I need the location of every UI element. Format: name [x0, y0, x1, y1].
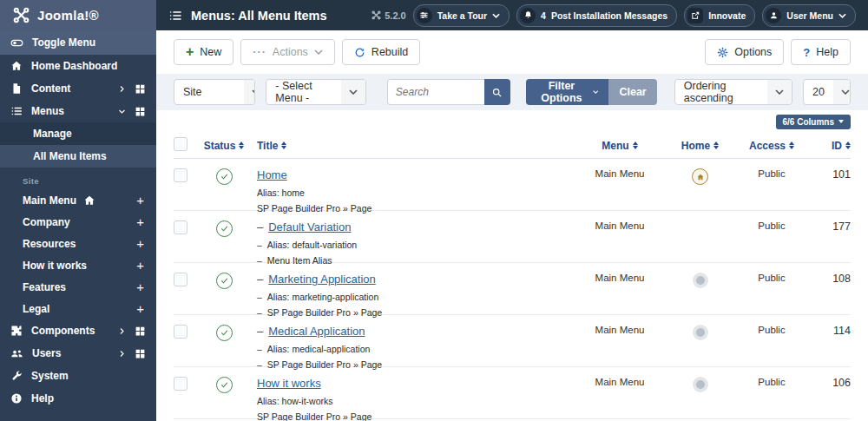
limit-select[interactable]: 20 [803, 79, 851, 105]
sidebar-item-legal[interactable]: Legal + [0, 298, 156, 319]
sidebar-item-manage[interactable]: Manage [0, 122, 156, 145]
header-title[interactable]: Title [248, 140, 576, 152]
sort-icon [281, 141, 286, 149]
header-id[interactable]: ID [806, 140, 851, 152]
list-icon [10, 105, 23, 117]
sort-icon [239, 141, 244, 149]
sort-icon [633, 141, 638, 149]
header-home[interactable]: Home [663, 140, 737, 152]
title-bar: Menus: All Menu Items 5.2.0 Take a Tour [156, 0, 868, 30]
home-unset-icon[interactable] [693, 377, 708, 392]
grid-icon[interactable] [135, 106, 146, 117]
home-icon [83, 194, 95, 207]
search-button[interactable] [484, 79, 510, 105]
sidebar-item-all-menu-items[interactable]: All Menu Items [0, 145, 156, 168]
actions-button[interactable]: ··· Actions [240, 39, 335, 65]
row-checkbox[interactable] [174, 220, 187, 234]
table-row: –Medical Application –Alias: medical-app… [174, 315, 851, 367]
header-access[interactable]: Access [737, 140, 806, 152]
item-alias: Alias: medical-application [267, 344, 370, 354]
menu-item-title-link[interactable]: Home [257, 168, 287, 181]
header-menu[interactable]: Menu [576, 140, 663, 152]
header-status[interactable]: Status [200, 140, 248, 152]
row-checkbox[interactable] [174, 273, 187, 286]
site-select[interactable]: Site [174, 79, 255, 105]
sidebar-item-content[interactable]: Content [0, 77, 156, 100]
status-published-icon[interactable] [216, 325, 233, 341]
add-menu-item-button[interactable]: + [136, 193, 144, 207]
sidebar-item-resources[interactable]: Resources + [0, 233, 156, 254]
user-menu-button[interactable]: User Menu [762, 4, 856, 27]
caret-down-icon [838, 120, 844, 123]
rebuild-button[interactable]: Rebuild [342, 39, 420, 65]
menu-item-title-link[interactable]: Medical Application [268, 325, 365, 338]
item-id: 101 [806, 168, 851, 181]
add-menu-item-button[interactable]: + [136, 280, 144, 294]
row-checkbox[interactable] [174, 377, 187, 391]
options-button[interactable]: Options [705, 39, 784, 65]
item-menu: Main Menu [576, 220, 663, 231]
new-button[interactable]: + New [174, 39, 233, 65]
joomla-mini-icon [372, 10, 381, 20]
info-icon [10, 392, 23, 405]
sidebar-item-main-menu[interactable]: Main Menu + [0, 189, 156, 211]
sidebar-item-home-dashboard[interactable]: Home Dashboard [0, 55, 156, 77]
menus-submenu: Manage All Menu Items [0, 122, 156, 168]
menu-item-title-link[interactable]: How it works [257, 377, 321, 390]
ordering-select[interactable]: Ordering ascending [674, 79, 792, 105]
help-button[interactable]: ? Help [791, 39, 851, 65]
sidebar-item-features[interactable]: Features + [0, 276, 156, 298]
joomla-logo[interactable]: Joomla!® [0, 0, 156, 30]
grid-icon[interactable] [135, 83, 146, 95]
menu-item-title-link[interactable]: Default Variation [268, 220, 351, 234]
item-menu: Main Menu [576, 325, 663, 335]
add-menu-item-button[interactable]: + [136, 258, 144, 273]
sidebar-item-how-it-works[interactable]: How it works + [0, 254, 156, 276]
toggle-icon [10, 36, 23, 49]
menu-items-table: Status Title Menu Home Access ID Home Al… [174, 133, 851, 419]
home-unset-icon[interactable] [693, 273, 708, 288]
status-published-icon[interactable] [216, 220, 233, 237]
clear-button[interactable]: Clear [608, 79, 656, 105]
menu-item-title-link[interactable]: Marketing Application [268, 273, 376, 286]
item-access: Public [737, 325, 806, 335]
add-menu-item-button[interactable]: + [136, 214, 144, 229]
row-checkbox[interactable] [174, 325, 187, 339]
question-icon: ? [803, 46, 810, 59]
status-published-icon[interactable] [216, 273, 233, 289]
take-a-tour-button[interactable]: Take a Tour [413, 4, 510, 27]
item-menu: Main Menu [576, 168, 663, 179]
add-menu-item-button[interactable]: + [136, 236, 144, 251]
status-published-icon[interactable] [216, 377, 233, 393]
add-menu-item-button[interactable]: + [136, 301, 144, 316]
chevron-right-icon [118, 85, 126, 93]
row-checkbox[interactable] [174, 168, 187, 182]
post-installation-messages-button[interactable]: 4 Post Installation Messages [516, 4, 677, 27]
filter-options-button[interactable]: Filter Options [526, 79, 609, 105]
sidebar-item-toggle-menu[interactable]: Toggle Menu [0, 30, 156, 55]
sidebar-item-menus[interactable]: Menus [0, 100, 156, 122]
item-menu: Main Menu [576, 273, 663, 283]
search-icon [491, 87, 503, 98]
sidebar-item-components[interactable]: Components [0, 319, 156, 342]
innovate-button[interactable]: Innovate [684, 4, 755, 27]
status-published-icon[interactable] [216, 168, 233, 185]
top-bar: Joomla!® Menus: All Menu Items 5.2.0 Tak… [0, 0, 868, 30]
home-unset-icon[interactable] [693, 325, 708, 340]
home-default-icon[interactable] [692, 168, 708, 185]
home-icon [10, 60, 23, 72]
puzzle-icon [10, 325, 23, 337]
chevron-down-icon [767, 80, 792, 104]
search-input[interactable] [387, 79, 484, 105]
grid-icon[interactable] [135, 348, 146, 359]
sidebar-item-company[interactable]: Company + [0, 211, 156, 233]
menu-select[interactable]: - Select Menu - [266, 79, 366, 105]
sidebar-item-help[interactable]: Help [0, 387, 156, 410]
grid-icon[interactable] [135, 326, 146, 337]
select-all-checkbox[interactable] [174, 137, 187, 151]
joomla-admin: Joomla!® Menus: All Menu Items 5.2.0 Tak… [0, 0, 868, 421]
sidebar-item-users[interactable]: Users [0, 342, 156, 365]
user-icon [766, 8, 781, 23]
sidebar-item-system[interactable]: System [0, 365, 156, 387]
columns-selector-button[interactable]: 6/6 Columns [776, 115, 851, 129]
